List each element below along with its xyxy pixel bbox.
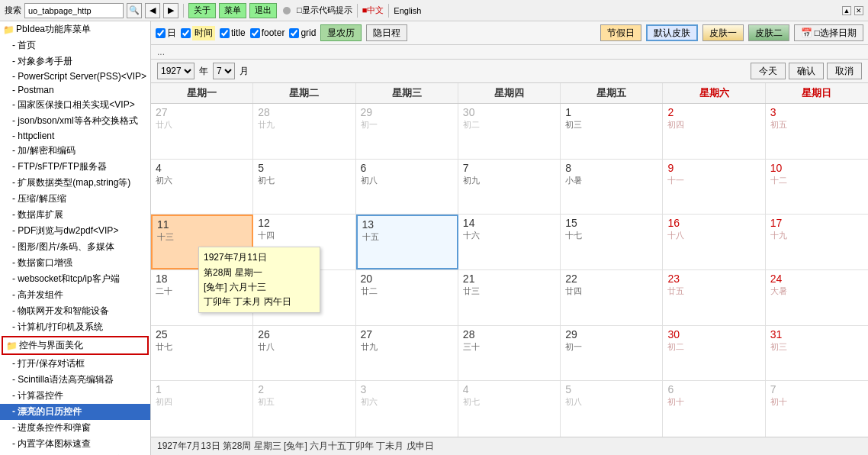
calendar-cell[interactable]: 7初九 [458,160,561,215]
day-number: 20 [361,273,453,285]
calendar-cell[interactable]: 2初五 [253,381,355,437]
check-grid[interactable]: grid [289,27,316,38]
calendar-cell[interactable]: 3初五 [766,104,868,159]
sidebar-item[interactable]: - 漂亮的日历控件 [0,404,150,420]
calendar-cell[interactable]: 1初三 [561,104,663,159]
sidebar-item[interactable]: - 首页 [0,37,150,53]
calendar-cell[interactable]: 3初六 [356,381,458,437]
sidebar-item[interactable]: - 打开/保存对话框 [0,356,150,372]
calendar-cell[interactable]: 9十一 [663,160,765,215]
forward-button[interactable]: ▶ [163,3,178,18]
calendar-cell[interactable]: 2初四 [663,104,765,159]
calendar-cell[interactable]: 24大暑 [766,270,868,325]
sidebar-item[interactable]: 📁PbIdea功能库菜单 [0,21,150,37]
calendar-cell[interactable]: 22廿四 [561,270,663,325]
calendar-cell[interactable]: 27廿九 [356,326,458,381]
calendar-cell[interactable]: 21廿三 [458,270,561,325]
menu-button[interactable]: 菜单 [219,3,246,18]
calendar-cell[interactable]: 25廿七 [151,326,253,381]
date-picker-button[interactable]: 📅 □选择日期 [794,24,863,41]
calendar-cell[interactable]: 10十二 [766,160,868,215]
calendar-cell[interactable]: 28廿九 [253,104,355,159]
lang-cn-label[interactable]: ■中文 [362,5,384,16]
check-time[interactable]: 时间 [181,26,215,40]
sidebar-item[interactable]: - websocket和tcp/ip客户端 [0,271,150,287]
calendar-cell[interactable]: 4初七 [458,381,561,437]
calendar-cell[interactable]: 11十三1927年7月11日第28周 星期一[兔年] 六月十三丁卯年 丁未月 丙… [151,215,253,269]
lang-en-label[interactable]: English [394,6,421,15]
calendar-cell[interactable]: 26廿八 [253,326,355,381]
check-title[interactable]: title [220,27,246,38]
hide-schedule-button[interactable]: 隐日程 [366,24,407,41]
calendar-cell[interactable]: 5初七 [253,160,355,215]
minimize-btn[interactable]: ▲ [842,6,851,15]
sidebar-item[interactable]: - 加/解密和编码 [0,143,150,159]
search-button[interactable]: 🔍 [127,3,142,18]
about-button[interactable]: 关于 [188,3,216,18]
calendar-cell[interactable]: 17十九 [766,215,868,269]
sidebar-item[interactable]: - 图形/图片/条码、多媒体 [0,239,150,255]
close-btn[interactable]: ✕ [854,6,863,15]
calendar-cell[interactable]: 6初八 [356,160,458,215]
calendar-cell[interactable]: 15十七 [561,215,663,269]
calendar-cell[interactable]: 5初八 [561,381,663,437]
calendar-cell[interactable]: 30初二 [663,326,765,381]
jieri-button[interactable]: 节假日 [600,24,641,41]
month-select[interactable]: 7 [213,63,235,79]
sidebar-item[interactable]: - 压缩/解压缩 [0,191,150,207]
back-button[interactable]: ◀ [145,3,160,18]
calendar-cell[interactable]: 8小暑 [561,160,663,215]
sidebar-item[interactable]: - 数据库扩展 [0,207,150,223]
search-input[interactable] [24,3,124,18]
calendar-cell[interactable]: 14十六 [458,215,561,269]
calendar-cell[interactable]: 29初一 [356,104,458,159]
sidebar-item[interactable]: - FTP/sFTP/FTP服务器 [0,159,150,175]
sidebar-item[interactable]: - 国家医保接口相关实现<VIP> [0,97,150,113]
cancel-button[interactable]: 取消 [827,63,862,79]
sidebar-item[interactable]: 📁控件与界面美化 [2,336,149,355]
calendar-cell[interactable]: 20廿二 [356,270,458,325]
confirm-button[interactable]: 确认 [789,63,824,79]
calendar-cell[interactable]: 16十八 [663,215,765,269]
lunar-date: 初十 [770,396,863,408]
sidebar-item[interactable]: - 高并发组件 [0,287,150,303]
calendar-cell[interactable]: 4初六 [151,160,253,215]
sidebar-item[interactable]: - json/bson/xml等各种交换格式 [0,113,150,129]
sidebar-item[interactable]: - PowerScript Server(PSS)<VIP> [0,69,150,83]
sidebar-item[interactable]: - 计算机/打印机及系统 [0,319,150,335]
skin1-button[interactable]: 皮肤一 [702,24,744,41]
default-skin-button[interactable]: 默认皮肤 [646,24,698,41]
calendar-cell[interactable]: 27廿八 [151,104,253,159]
sidebar-item[interactable]: - 扩展数据类型(map,string等) [0,175,150,191]
sidebar-item[interactable]: - 数据窗口增强 [0,255,150,271]
sidebar-item-label: - PowerScript Server(PSS)<VIP> [12,71,146,82]
calendar-cell[interactable]: 1初四 [151,381,253,437]
sidebar-item[interactable]: - 物联网开发和智能设备 [0,303,150,319]
check-day[interactable]: 日 [156,27,176,40]
calendar-cell[interactable]: 13十五 [356,215,458,269]
sidebar-item[interactable]: - 计算器控件 [0,388,150,404]
sidebar-item[interactable]: - 对象参考手册 [0,53,150,69]
calendar-cell[interactable]: 29初一 [561,326,663,381]
calendar-cell[interactable]: 6初十 [663,381,765,437]
nongli-button[interactable]: 显农历 [320,24,362,41]
sidebar-item[interactable]: - 进度条控件和弹窗 [0,420,150,436]
calendar-cell[interactable]: 7初十 [766,381,868,437]
today-button[interactable]: 今天 [751,63,786,79]
exit-button[interactable]: 退出 [249,3,277,18]
sidebar-item[interactable]: - 基于webView2的浏览器实现 [0,452,150,455]
lunar-date: 初十 [667,396,760,408]
check-footer[interactable]: footer [250,27,285,38]
skin2-button[interactable]: 皮肤二 [748,24,789,41]
sidebar-item[interactable]: - httpclient [0,129,150,143]
sidebar-item-label: - 进度条控件和弹窗 [12,421,91,434]
sidebar-item[interactable]: - 内置字体图标速查 [0,436,150,452]
sidebar-item[interactable]: - Postman [0,83,150,97]
sidebar-item[interactable]: - PDF浏览与dw2pdf<VIP> [0,223,150,239]
calendar-cell[interactable]: 31初三 [766,326,868,381]
sidebar-item[interactable]: - Scintilla语法高亮编辑器 [0,372,150,388]
calendar-cell[interactable]: 30初二 [458,104,561,159]
calendar-cell[interactable]: 28三十 [458,326,561,381]
year-select[interactable]: 1927 [157,63,194,79]
calendar-cell[interactable]: 23廿五 [663,270,765,325]
